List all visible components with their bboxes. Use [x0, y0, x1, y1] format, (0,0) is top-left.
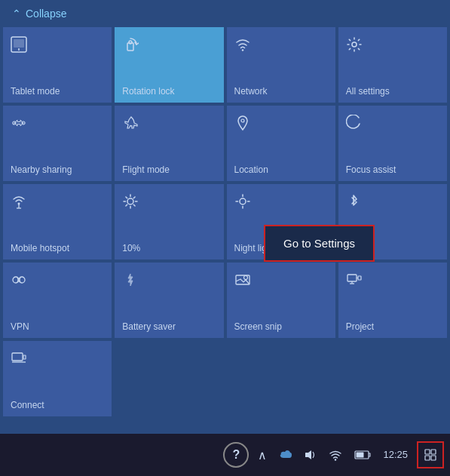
tile-project[interactable]: Project — [338, 263, 447, 338]
tile-brightness-label: 10% — [122, 243, 140, 253]
tile-flight-mode[interactable]: Flight mode — [115, 106, 223, 181]
svg-point-9 — [241, 119, 244, 122]
action-center: ⌃ Collapse Tablet mode Rotation lock — [0, 0, 450, 434]
collapse-button[interactable]: ⌃ Collapse — [0, 0, 450, 27]
svg-rect-46 — [431, 456, 436, 460]
svg-rect-4 — [129, 41, 132, 44]
svg-point-22 — [240, 198, 246, 204]
svg-point-40 — [335, 459, 336, 460]
nearby-sharing-icon — [11, 115, 27, 136]
tile-connect-label: Connect — [11, 400, 44, 410]
battery-saver-icon — [122, 272, 139, 293]
wifi-icon[interactable] — [326, 446, 345, 464]
svg-line-19 — [134, 204, 136, 206]
screen-snip-icon — [234, 272, 251, 293]
tablet-mode-icon — [11, 36, 27, 57]
tile-focus-assist-label: Focus assist — [346, 164, 396, 175]
collapse-chevron-icon: ⌃ — [12, 8, 21, 20]
svg-rect-32 — [358, 276, 361, 280]
svg-rect-36 — [12, 353, 23, 361]
tile-vpn-label: VPN — [11, 321, 29, 332]
all-settings-icon — [346, 36, 363, 57]
help-icon[interactable]: ? — [223, 442, 249, 468]
brightness-icon — [122, 193, 139, 214]
tile-location[interactable]: Location — [227, 106, 335, 181]
tile-nearby-sharing-label: Nearby sharing — [11, 164, 72, 175]
tile-vpn[interactable]: VPN — [3, 263, 112, 338]
speaker-icon[interactable] — [302, 446, 320, 464]
quick-actions-grid: Tablet mode Rotation lock — [0, 27, 450, 419]
action-center-button[interactable] — [417, 441, 444, 468]
tile-all-settings-label: All settings — [346, 86, 390, 97]
night-light-icon — [234, 193, 251, 214]
chevron-up-icon[interactable]: ∧ — [255, 445, 270, 465]
project-icon — [346, 272, 363, 293]
mobile-hotspot-icon — [11, 193, 27, 214]
svg-line-21 — [126, 204, 127, 206]
vpn-icon — [11, 272, 27, 293]
time-value: 12:25 — [383, 449, 408, 460]
svg-rect-42 — [357, 453, 364, 458]
tile-tablet-mode[interactable]: Tablet mode — [3, 27, 112, 103]
goto-settings-label: Go to Settings — [283, 237, 355, 250]
tile-rotation-lock-label: Rotation lock — [122, 86, 174, 97]
tile-network[interactable]: Network — [227, 27, 335, 103]
bluetooth-icon — [346, 193, 363, 214]
taskbar: ? ∧ 12:25 — [0, 434, 450, 476]
tile-battery-saver[interactable]: Battery saver — [115, 263, 223, 338]
focus-assist-icon — [346, 115, 363, 136]
svg-rect-39 — [305, 453, 308, 457]
svg-point-13 — [127, 198, 133, 204]
connect-icon — [11, 350, 27, 371]
tile-mobile-hotspot-label: Mobile hotspot — [11, 243, 69, 253]
svg-rect-31 — [347, 275, 357, 281]
time-display: 12:25 — [383, 449, 408, 462]
svg-rect-38 — [23, 355, 26, 359]
collapse-label: Collapse — [26, 8, 66, 20]
tile-network-label: Network — [234, 86, 268, 97]
tile-connect[interactable]: Connect — [3, 341, 112, 416]
onedrive-icon[interactable] — [276, 447, 295, 462]
network-icon — [234, 36, 251, 57]
clock[interactable]: 12:25 — [380, 446, 411, 465]
question-mark: ? — [233, 448, 240, 462]
svg-rect-1 — [14, 39, 24, 48]
svg-rect-44 — [431, 450, 436, 454]
tile-screen-snip-label: Screen snip — [234, 321, 282, 332]
tile-all-settings[interactable]: All settings — [338, 27, 447, 103]
tile-mobile-hotspot[interactable]: Mobile hotspot — [3, 184, 112, 259]
tile-brightness[interactable]: 10% — [115, 184, 223, 259]
svg-line-18 — [126, 197, 127, 198]
battery-icon[interactable] — [351, 447, 374, 463]
tile-rotation-lock[interactable]: Rotation lock — [115, 27, 223, 103]
svg-line-20 — [134, 197, 136, 198]
tile-battery-saver-label: Battery saver — [122, 321, 176, 332]
svg-point-6 — [352, 42, 357, 47]
flight-mode-icon — [122, 115, 139, 136]
tile-flight-mode-label: Flight mode — [122, 164, 170, 175]
rotation-lock-icon — [122, 36, 139, 57]
location-icon — [234, 115, 251, 136]
tile-focus-assist[interactable]: Focus assist — [338, 106, 447, 181]
tile-tablet-mode-label: Tablet mode — [11, 86, 60, 97]
tile-project-label: Project — [346, 321, 374, 332]
svg-point-30 — [243, 276, 247, 280]
svg-point-5 — [241, 49, 243, 51]
goto-settings-popup[interactable]: Go to Settings — [264, 225, 375, 262]
svg-rect-45 — [425, 456, 430, 460]
tile-nearby-sharing[interactable]: Nearby sharing — [3, 106, 112, 181]
tile-screen-snip[interactable]: Screen snip — [227, 263, 335, 338]
svg-rect-43 — [425, 450, 430, 454]
tile-location-label: Location — [234, 164, 268, 175]
